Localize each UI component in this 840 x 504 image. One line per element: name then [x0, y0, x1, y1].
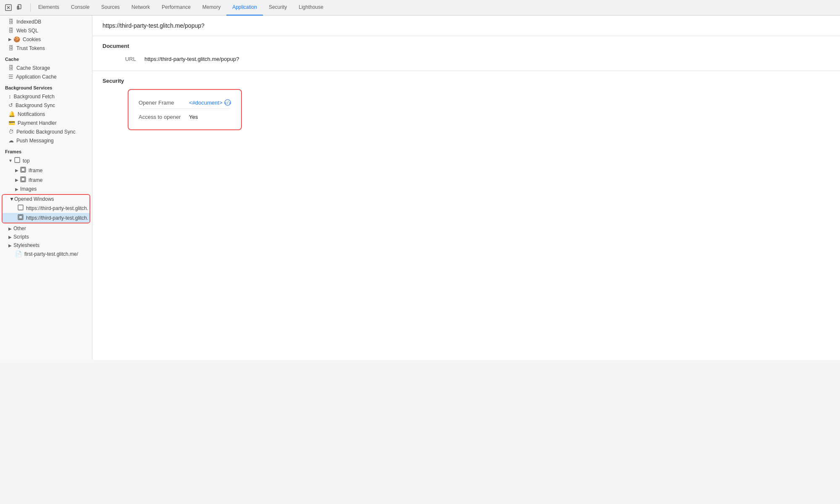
cache-section-label: Cache	[0, 52, 92, 63]
frames-section-label: Frames	[0, 145, 92, 156]
device-icon[interactable]	[15, 3, 25, 13]
tab-console[interactable]: Console	[65, 0, 95, 16]
notification-icon: 🔔	[8, 111, 15, 117]
sidebar-item-other[interactable]: ▶ Other	[0, 224, 92, 233]
document-section-title: Document	[102, 43, 830, 49]
database-icon: 🗄	[8, 27, 14, 34]
sidebar-item-opened-window-1[interactable]: https://third-party-test.glitch.	[3, 203, 89, 213]
database-icon: 🗄	[8, 18, 14, 25]
document-section: Document URL https://third-party-test.gl…	[92, 36, 840, 71]
sidebar-item-iframe-2[interactable]: ▶ iframe	[0, 175, 92, 185]
security-box: Opener Frame <#document> </> Access to o…	[128, 89, 242, 130]
cookie-icon: 🍪	[13, 36, 20, 42]
sync-icon: ↺	[8, 102, 13, 108]
appcache-icon: ☰	[8, 74, 13, 80]
tab-application[interactable]: Application	[226, 0, 263, 16]
sidebar-item-opened-window-2[interactable]: https://third-party-test.glitch.	[3, 213, 89, 223]
sidebar-item-notifications[interactable]: 🔔 Notifications	[0, 110, 92, 118]
tab-security[interactable]: Security	[263, 0, 293, 16]
file-icon: 📄	[15, 251, 22, 257]
sidebar-item-opened-windows[interactable]: ▼ Opened Windows	[3, 195, 89, 203]
opener-frame-label: Opener Frame	[139, 100, 189, 106]
url-value: https://third-party-test.glitch.me/popup…	[144, 56, 239, 62]
svg-rect-3	[15, 158, 20, 163]
expand-arrow-icon: ▶	[15, 168, 18, 173]
tab-divider	[30, 3, 31, 12]
expand-arrow-icon: ▼	[9, 196, 14, 202]
expand-arrow-icon: ▼	[8, 158, 13, 163]
opener-frame-link[interactable]: <#document> </>	[189, 99, 231, 106]
current-url: https://third-party-test.glitch.me/popup…	[102, 22, 205, 29]
main-layout: 🗄 IndexedDB 🗄 Web SQL ▶ 🍪 Cookies 🗄 Trus…	[0, 16, 840, 360]
frame-icon	[14, 157, 20, 164]
iframe-icon	[20, 167, 26, 174]
content-panel: https://third-party-test.glitch.me/popup…	[92, 16, 840, 360]
sidebar-item-trust-tokens[interactable]: 🗄 Trust Tokens	[0, 44, 92, 52]
expand-arrow-icon: ▶	[8, 235, 12, 239]
security-section: Security Opener Frame <#document> </> Ac…	[92, 71, 840, 137]
opened-windows-group: ▼ Opened Windows https://third-party-tes…	[2, 194, 90, 223]
sidebar-item-stylesheets[interactable]: ▶ Stylesheets	[0, 241, 92, 249]
sidebar-item-cache-storage[interactable]: 🗄 Cache Storage	[0, 63, 92, 72]
push-icon: ☁	[8, 137, 14, 144]
sidebar-item-images[interactable]: ▶ Images	[0, 185, 92, 193]
payment-icon: 💳	[8, 120, 15, 126]
code-icon: </>	[224, 99, 231, 106]
expand-arrow-icon: ▶	[8, 37, 12, 42]
inspect-icon[interactable]	[3, 3, 13, 13]
expand-arrow-icon: ▶	[8, 243, 12, 248]
access-opener-row: Access to opener Yes	[139, 111, 231, 123]
tab-network[interactable]: Network	[126, 0, 156, 16]
tab-elements[interactable]: Elements	[32, 0, 65, 16]
url-field-row: URL https://third-party-test.glitch.me/p…	[102, 54, 830, 64]
access-opener-label: Access to opener	[139, 114, 189, 120]
periodic-sync-icon: ⏱	[8, 129, 14, 135]
content-url-bar: https://third-party-test.glitch.me/popup…	[92, 16, 840, 36]
svg-rect-7	[21, 178, 25, 181]
security-divider	[139, 108, 231, 109]
tab-lighthouse[interactable]: Lighthouse	[293, 0, 329, 16]
svg-text:</>: </>	[224, 101, 231, 105]
fetch-icon: ↕	[8, 93, 11, 100]
sidebar-item-indexeddb[interactable]: 🗄 IndexedDB	[0, 17, 92, 26]
sidebar-item-bg-sync[interactable]: ↺ Background Sync	[0, 101, 92, 110]
sidebar-item-application-cache[interactable]: ☰ Application Cache	[0, 72, 92, 81]
sidebar-item-cookies[interactable]: ▶ 🍪 Cookies	[0, 35, 92, 44]
window-icon	[18, 205, 24, 212]
sidebar-item-top-frame[interactable]: ▼ top	[0, 156, 92, 165]
sidebar-item-payment-handler[interactable]: 💳 Payment Handler	[0, 118, 92, 127]
iframe-icon	[20, 176, 26, 184]
cache-icon: 🗄	[8, 65, 14, 71]
tab-bar: Elements Console Sources Network Perform…	[0, 0, 840, 16]
svg-rect-8	[18, 205, 23, 210]
svg-rect-5	[21, 168, 25, 171]
opener-frame-row: Opener Frame <#document> </>	[139, 97, 231, 108]
sidebar: 🗄 IndexedDB 🗄 Web SQL ▶ 🍪 Cookies 🗄 Trus…	[0, 16, 92, 360]
sidebar-item-periodic-bg-sync[interactable]: ⏱ Periodic Background Sync	[0, 127, 92, 136]
access-opener-value: Yes	[189, 114, 198, 120]
security-section-title: Security	[102, 78, 830, 84]
expand-arrow-icon: ▶	[15, 187, 18, 192]
sidebar-item-websql[interactable]: 🗄 Web SQL	[0, 26, 92, 35]
sidebar-item-push-messaging[interactable]: ☁ Push Messaging	[0, 136, 92, 145]
url-label: URL	[102, 56, 136, 62]
bg-services-section-label: Background Services	[0, 81, 92, 92]
svg-rect-1	[18, 5, 21, 9]
sidebar-item-iframe-1[interactable]: ▶ iframe	[0, 165, 92, 175]
sidebar-item-first-party[interactable]: 📄 first-party-test.glitch.me/	[0, 249, 92, 258]
database-icon: 🗄	[8, 45, 14, 51]
tabs-container: Elements Console Sources Network Perform…	[32, 0, 329, 16]
sidebar-item-scripts[interactable]: ▶ Scripts	[0, 233, 92, 241]
tab-sources[interactable]: Sources	[95, 0, 126, 16]
svg-rect-10	[19, 215, 22, 219]
expand-arrow-icon: ▶	[15, 178, 18, 182]
tab-memory[interactable]: Memory	[197, 0, 226, 16]
window-popup-icon	[18, 214, 24, 221]
tab-performance[interactable]: Performance	[156, 0, 197, 16]
sidebar-item-bg-fetch[interactable]: ↕ Background Fetch	[0, 92, 92, 101]
expand-arrow-icon: ▶	[8, 226, 12, 231]
